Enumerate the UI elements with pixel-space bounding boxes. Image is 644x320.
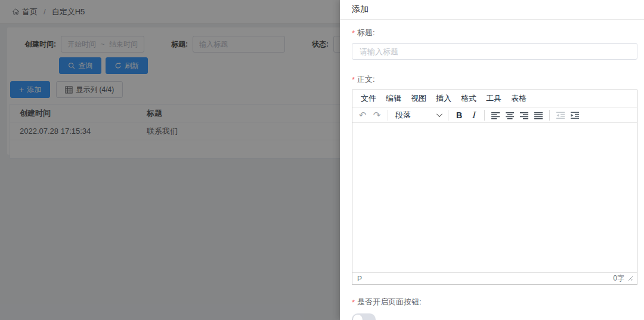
word-count: 0字 — [613, 273, 624, 284]
align-justify-icon — [534, 110, 543, 120]
editor-statusbar: P 0字 — [352, 272, 637, 284]
toolbar-separator — [484, 110, 485, 121]
indent-button[interactable] — [568, 109, 582, 122]
bold-button[interactable]: B — [452, 109, 466, 122]
page-button-toggle[interactable] — [352, 313, 376, 320]
toolbar-separator — [388, 110, 388, 121]
drawer-title: 添加 — [352, 4, 369, 15]
align-left-button[interactable] — [488, 109, 503, 122]
element-path[interactable]: P — [357, 275, 362, 283]
drawer-body: * 标题: * 正文: 文件 编辑 视图 插入 格式 工具 表格 ↶ ↷ — [340, 20, 644, 320]
menu-file[interactable]: 文件 — [356, 91, 381, 106]
align-center-button[interactable] — [503, 109, 517, 122]
align-right-button[interactable] — [517, 109, 531, 122]
resize-handle-icon[interactable] — [628, 276, 633, 281]
italic-button[interactable]: I — [466, 109, 481, 122]
align-left-icon — [491, 110, 500, 120]
chevron-down-icon — [436, 111, 442, 117]
menu-edit[interactable]: 编辑 — [381, 91, 406, 106]
title-input[interactable] — [352, 43, 637, 60]
page-button-field-label: * 是否开启页面按钮: — [352, 297, 637, 307]
drawer-header: 添加 — [340, 0, 644, 20]
menu-tools[interactable]: 工具 — [481, 91, 506, 106]
menu-insert[interactable]: 插入 — [431, 91, 456, 106]
redo-button[interactable]: ↷ — [370, 109, 384, 122]
menu-format[interactable]: 格式 — [456, 91, 481, 106]
editor-toolbar: ↶ ↷ 段落 B I — [352, 107, 637, 123]
outdent-button[interactable] — [553, 109, 568, 122]
required-star: * — [352, 298, 355, 307]
indent-icon — [570, 110, 580, 120]
body-field-label: * 正文: — [352, 74, 637, 85]
align-center-icon — [505, 110, 515, 120]
align-right-icon — [519, 110, 529, 120]
toolbar-separator — [549, 110, 550, 121]
toggle-knob — [353, 315, 363, 320]
required-star: * — [352, 29, 355, 38]
menu-view[interactable]: 视图 — [406, 91, 431, 106]
title-field-label: * 标题: — [352, 27, 637, 38]
rich-text-editor: 文件 编辑 视图 插入 格式 工具 表格 ↶ ↷ 段落 B I — [352, 90, 637, 285]
add-drawer: 添加 * 标题: * 正文: 文件 编辑 视图 插入 格式 工具 表格 ↶ ↷ — [340, 0, 644, 320]
toolbar-separator — [448, 110, 448, 121]
paragraph-format-select[interactable]: 段落 — [392, 109, 444, 122]
editor-content-area[interactable] — [352, 123, 637, 272]
align-justify-button[interactable] — [531, 109, 546, 122]
menu-table[interactable]: 表格 — [506, 91, 531, 106]
outdent-icon — [556, 110, 565, 120]
undo-button[interactable]: ↶ — [355, 109, 370, 122]
required-star: * — [352, 75, 355, 84]
editor-menubar: 文件 编辑 视图 插入 格式 工具 表格 — [352, 90, 637, 107]
